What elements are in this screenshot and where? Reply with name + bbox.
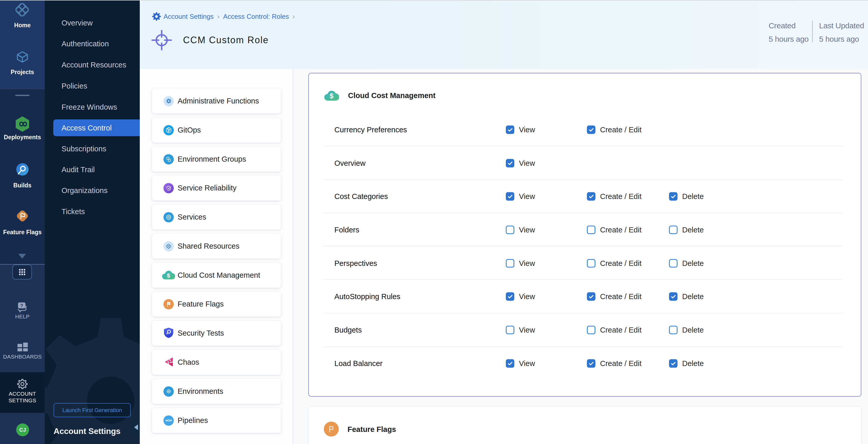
svg-text:$: $ [167, 272, 170, 279]
svg-text:$: $ [330, 92, 333, 100]
svg-text:?: ? [20, 303, 23, 308]
